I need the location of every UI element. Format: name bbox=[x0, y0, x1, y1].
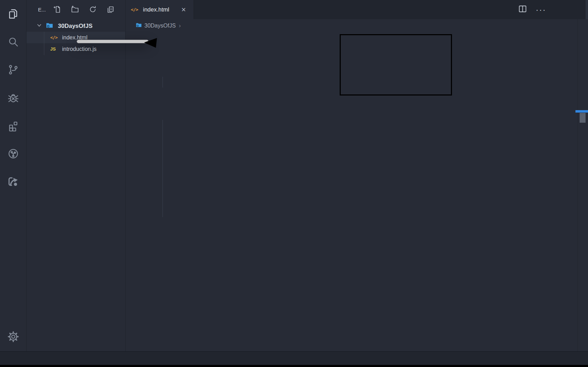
activity-item-extensions[interactable] bbox=[6, 119, 20, 133]
live-share-ext-icon bbox=[7, 176, 19, 188]
scrollbar-handle[interactable] bbox=[580, 113, 586, 123]
folder-icon bbox=[45, 21, 54, 31]
more-actions-icon[interactable]: ··· bbox=[536, 6, 546, 13]
split-editor-icon[interactable] bbox=[518, 4, 527, 15]
scrollbar-blue-marker bbox=[575, 110, 588, 113]
root-folder-label: 30DaysOfJS bbox=[58, 23, 92, 30]
tab-label: index.html bbox=[143, 6, 169, 13]
activity-item-source-control[interactable] bbox=[6, 63, 20, 77]
tab-index-html[interactable]: </> index.html × bbox=[126, 0, 194, 19]
file-label: introduction.js bbox=[62, 46, 97, 52]
new-file-icon[interactable] bbox=[53, 5, 61, 15]
vscode-window: E... 30DaysOfJS </>index.htmlJSintroduct… bbox=[0, 0, 588, 367]
folder-icon bbox=[135, 22, 142, 30]
editor-group: </> index.html × ··· 30DaysOfJS› bbox=[126, 0, 588, 351]
editor-actions: ··· bbox=[518, 0, 546, 19]
extensions-icon bbox=[7, 120, 19, 132]
html-file-icon: </> bbox=[50, 35, 57, 40]
window-bottom-edge bbox=[0, 365, 588, 367]
sidebar-item-root-folder[interactable]: 30DaysOfJS bbox=[27, 20, 125, 32]
activity-item-explorer[interactable] bbox=[6, 7, 20, 21]
remote-fork-icon bbox=[7, 148, 19, 160]
tab-bar: </> index.html × ··· bbox=[126, 0, 588, 19]
activity-item-live-share[interactable] bbox=[6, 175, 20, 189]
annotation-box bbox=[340, 34, 452, 95]
html-file-icon: </> bbox=[131, 7, 138, 12]
breadcrumb-item-30DaysOfJS[interactable]: 30DaysOfJS bbox=[135, 22, 176, 30]
js-file-icon: JS bbox=[50, 46, 56, 52]
explorer-sidebar: E... 30DaysOfJS </>index.htmlJSintroduct… bbox=[27, 0, 126, 351]
context-menu bbox=[77, 40, 149, 43]
refresh-icon[interactable] bbox=[89, 5, 97, 15]
explorer-toolbar bbox=[53, 5, 115, 15]
activity-item-search[interactable] bbox=[6, 35, 20, 49]
chevron-down-icon bbox=[36, 22, 42, 30]
second-editor-group-strip bbox=[586, 0, 588, 19]
activity-item-run-debug[interactable] bbox=[6, 91, 20, 105]
explorer-header: E... bbox=[27, 0, 125, 19]
indent-guide bbox=[163, 120, 163, 217]
status-bar bbox=[0, 351, 588, 365]
editor-split-divider bbox=[578, 19, 578, 351]
new-folder-icon[interactable] bbox=[71, 5, 79, 15]
activity-item-remote[interactable] bbox=[6, 147, 20, 161]
indent-guide bbox=[163, 77, 163, 87]
activity-item-settings[interactable] bbox=[6, 330, 20, 344]
breadcrumb: 30DaysOfJS› bbox=[126, 19, 181, 32]
search-icon bbox=[7, 36, 19, 48]
activity-bar bbox=[0, 0, 27, 351]
sidebar-item-introduction.js[interactable]: JSintroduction.js bbox=[27, 43, 125, 55]
explorer-title: E... bbox=[38, 7, 46, 13]
debug-icon bbox=[7, 92, 19, 104]
files-icon bbox=[7, 8, 19, 20]
close-icon[interactable]: × bbox=[181, 6, 186, 14]
tree-indent-guide bbox=[44, 32, 44, 55]
breadcrumb-separator: › bbox=[179, 22, 181, 29]
source-control-icon bbox=[7, 64, 19, 76]
breadcrumb-label: 30DaysOfJS bbox=[144, 23, 176, 29]
collapse-all-icon[interactable] bbox=[106, 5, 115, 15]
